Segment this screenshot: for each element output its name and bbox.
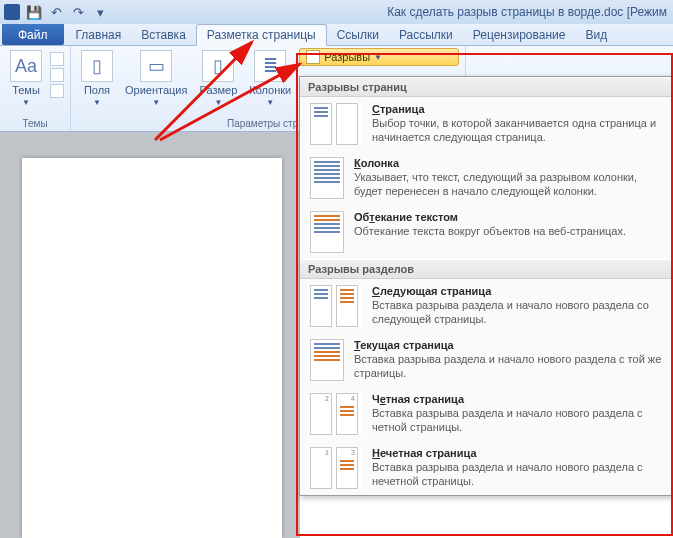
margins-icon: ▯ bbox=[81, 50, 113, 82]
tab-insert[interactable]: Вставка bbox=[131, 24, 196, 45]
chevron-down-icon: ▼ bbox=[22, 98, 30, 107]
tab-references[interactable]: Ссылки bbox=[327, 24, 389, 45]
breaks-button[interactable]: Разрывы ▼ bbox=[299, 48, 459, 66]
undo-icon[interactable]: ↶ bbox=[46, 2, 66, 22]
orientation-button[interactable]: ▭ Ориентация ▼ bbox=[121, 48, 191, 109]
tab-view[interactable]: Вид bbox=[575, 24, 617, 45]
file-tab[interactable]: Файл bbox=[2, 24, 64, 45]
size-icon: ▯ bbox=[202, 50, 234, 82]
break-page-desc: Выбор точки, в которой заканчивается одн… bbox=[372, 117, 662, 145]
break-wrap-desc: Обтекание текста вокруг объектов на веб-… bbox=[354, 225, 662, 239]
section-even-title: Четная страница bbox=[372, 393, 662, 405]
tab-home[interactable]: Главная bbox=[66, 24, 132, 45]
section-even-desc: Вставка разрыва раздела и начало нового … bbox=[372, 407, 662, 435]
tab-page-layout[interactable]: Разметка страницы bbox=[196, 24, 327, 46]
columns-icon: ≣ bbox=[254, 50, 286, 82]
break-column-desc: Указывает, что текст, следующий за разры… bbox=[354, 171, 662, 199]
breaks-icon bbox=[306, 50, 320, 64]
text-wrap-break-icon bbox=[310, 211, 344, 253]
qat-customize-icon[interactable]: ▾ bbox=[90, 2, 110, 22]
section-next-page[interactable]: Следующая страница Вставка разрыва разде… bbox=[300, 279, 672, 333]
section-even-page[interactable]: 2 4 Четная страница Вставка разрыва разд… bbox=[300, 387, 672, 441]
quick-access-toolbar: 💾 ↶ ↷ ▾ bbox=[24, 2, 110, 22]
orientation-icon: ▭ bbox=[140, 50, 172, 82]
chevron-down-icon: ▼ bbox=[93, 98, 101, 107]
break-text-wrapping[interactable]: Обтекание текстом Обтекание текста вокру… bbox=[300, 205, 672, 259]
ribbon-tabs: Файл Главная Вставка Разметка страницы С… bbox=[0, 24, 673, 46]
page bbox=[22, 158, 282, 538]
theme-colors-icon[interactable] bbox=[50, 52, 64, 66]
chevron-down-icon: ▼ bbox=[214, 98, 222, 107]
page-setup-small: Разрывы ▼ bbox=[299, 48, 459, 66]
group-themes: Aa Темы ▼ Темы bbox=[0, 46, 71, 131]
break-page[interactable]: Страница Выбор точки, в которой заканчив… bbox=[300, 97, 672, 151]
column-break-icon bbox=[310, 157, 344, 199]
tab-mailings[interactable]: Рассылки bbox=[389, 24, 463, 45]
break-page-title: Страница bbox=[372, 103, 662, 115]
margins-button[interactable]: ▯ Поля ▼ bbox=[77, 48, 117, 109]
document-title: Как сделать разрыв страницы в ворде.doc … bbox=[387, 5, 669, 19]
section-continuous[interactable]: Текущая страница Вставка разрыва раздела… bbox=[300, 333, 672, 387]
break-column[interactable]: Колонка Указывает, что текст, следующий … bbox=[300, 151, 672, 205]
even-page-section-icon: 2 4 bbox=[310, 393, 362, 435]
word-icon bbox=[4, 4, 20, 20]
section-cont-title: Текущая страница bbox=[354, 339, 662, 351]
breaks-section-sections: Разрывы разделов bbox=[300, 259, 672, 279]
title-bar: 💾 ↶ ↷ ▾ Как сделать разрыв страницы в во… bbox=[0, 0, 673, 24]
break-column-title: Колонка bbox=[354, 157, 662, 169]
group-label-themes: Темы bbox=[22, 118, 47, 130]
next-page-section-icon bbox=[310, 285, 362, 327]
tab-review[interactable]: Рецензирование bbox=[463, 24, 576, 45]
document-area bbox=[0, 132, 300, 538]
section-odd-title: Нечетная страница bbox=[372, 447, 662, 459]
themes-icon: Aa bbox=[10, 50, 42, 82]
chevron-down-icon: ▼ bbox=[374, 53, 382, 62]
section-next-desc: Вставка разрыва раздела и начало нового … bbox=[372, 299, 662, 327]
chevron-down-icon: ▼ bbox=[266, 98, 274, 107]
section-odd-page[interactable]: 1 3 Нечетная страница Вставка разрыва ра… bbox=[300, 441, 672, 495]
odd-page-section-icon: 1 3 bbox=[310, 447, 362, 489]
section-cont-desc: Вставка разрыва раздела и начало нового … bbox=[354, 353, 662, 381]
page-break-icon bbox=[310, 103, 362, 145]
redo-icon[interactable]: ↷ bbox=[68, 2, 88, 22]
section-next-title: Следующая страница bbox=[372, 285, 662, 297]
group-label-page-setup: Параметры стран bbox=[227, 118, 309, 130]
breaks-dropdown: Разрывы страниц Страница Выбор точки, в … bbox=[299, 76, 673, 496]
theme-effects-icon[interactable] bbox=[50, 84, 64, 98]
size-button[interactable]: ▯ Размер ▼ bbox=[195, 48, 241, 109]
columns-button[interactable]: ≣ Колонки ▼ bbox=[245, 48, 295, 109]
theme-fonts-icon[interactable] bbox=[50, 68, 64, 82]
breaks-section-pages: Разрывы страниц bbox=[300, 77, 672, 97]
continuous-section-icon bbox=[310, 339, 344, 381]
break-wrap-title: Обтекание текстом bbox=[354, 211, 662, 223]
section-odd-desc: Вставка разрыва раздела и начало нового … bbox=[372, 461, 662, 489]
theme-options bbox=[50, 48, 64, 98]
themes-button[interactable]: Aa Темы ▼ bbox=[6, 48, 46, 109]
chevron-down-icon: ▼ bbox=[152, 98, 160, 107]
save-icon[interactable]: 💾 bbox=[24, 2, 44, 22]
